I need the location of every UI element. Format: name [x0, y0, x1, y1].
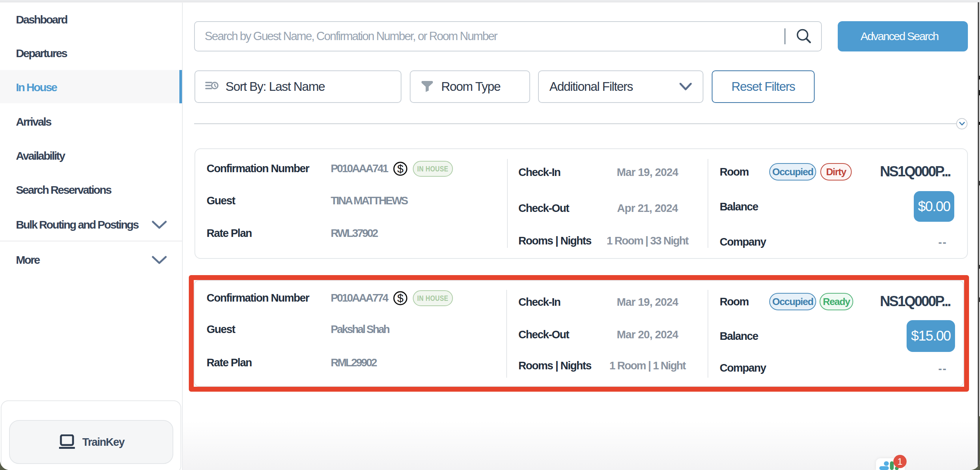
svg-text:$: $: [397, 292, 404, 304]
svg-text:$: $: [397, 163, 404, 175]
